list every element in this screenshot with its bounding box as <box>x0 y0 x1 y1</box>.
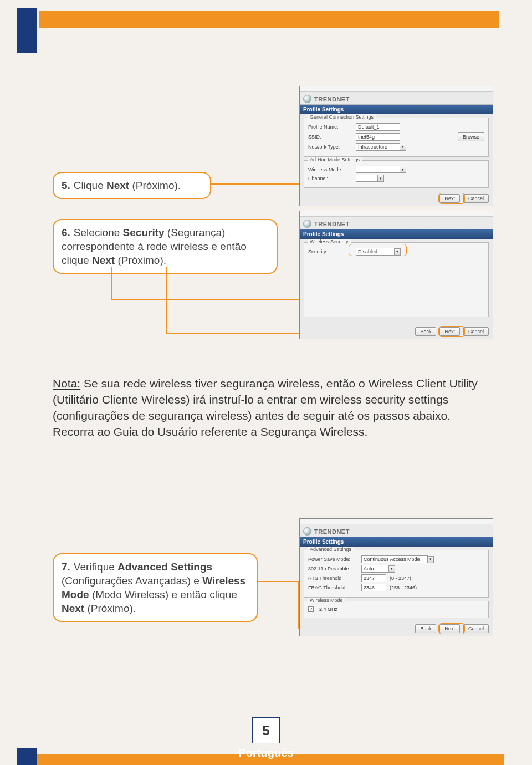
cancel-button[interactable]: Cancel <box>463 194 489 203</box>
trendnet-globe-icon <box>303 95 311 103</box>
highlight-security <box>349 244 407 256</box>
range-note: (0 - 2347) <box>390 575 411 581</box>
field-label: SSID: <box>308 134 352 140</box>
brand-logo: TRENDNET <box>303 220 489 228</box>
dialog-subtitle: Profile Settings <box>300 537 493 547</box>
callout-step-5: 5.Clique Next (Próximo). <box>53 172 211 199</box>
cancel-button[interactable]: Cancel <box>463 624 489 633</box>
channel-select[interactable]: ▾ <box>356 175 384 182</box>
highlight-next <box>438 326 465 337</box>
connector-line <box>258 581 299 582</box>
field-label: Network Type: <box>308 144 352 150</box>
freq-label: 2.4 GHz <box>319 606 337 612</box>
brand-logo: TRENDNET <box>303 95 489 103</box>
profile-settings-dialog-2: TRENDNET Profile Settings Wireless Secur… <box>299 211 493 339</box>
brand-logo: TRENDNET <box>303 527 489 536</box>
connector-line <box>111 267 112 300</box>
adhoc-mode-settings-group: Ad-Hoc Mode Settings Wireless Mode: ▾ Ch… <box>304 160 489 188</box>
range-note: (256 - 2346) <box>390 585 417 590</box>
highlight-next <box>438 623 465 634</box>
connector-line <box>166 267 167 334</box>
back-button[interactable]: Back <box>415 327 436 336</box>
general-connection-settings-group: General Connection Settings Profile Name… <box>304 118 489 157</box>
trendnet-globe-icon <box>303 220 311 228</box>
trendnet-globe-icon <box>303 527 311 536</box>
profile-settings-dialog-3: TRENDNET Profile Settings Advanced Setti… <box>299 518 493 636</box>
power-save-mode-select[interactable]: Continuous Access Mode ▾ <box>361 555 434 563</box>
cancel-button[interactable]: Cancel <box>463 327 489 336</box>
step-number: 7. <box>62 561 70 573</box>
language-label: Português <box>239 747 294 759</box>
header-blue-bar <box>17 8 37 53</box>
wireless-mode-select[interactable]: ▾ <box>356 166 406 173</box>
note-paragraph: Nota: Se sua rede wireless tiver seguran… <box>53 376 479 440</box>
profile-settings-dialog-1: TRENDNET Profile Settings General Connec… <box>299 86 493 206</box>
browse-button[interactable]: Browse <box>458 132 484 141</box>
step-number: 5. <box>62 180 70 191</box>
ssid-input[interactable]: tnet54g <box>356 133 400 141</box>
field-label: RTS Threshold: <box>308 575 358 581</box>
field-label: Security: <box>308 249 352 254</box>
note-lead: Nota: <box>53 377 80 390</box>
field-label: Power Save Mode: <box>308 557 358 562</box>
wireless-security-group: Wireless Security Security: Disabled ▾ <box>304 242 489 317</box>
field-label: Profile Name: <box>308 124 352 130</box>
field-label: FRAG Threshold: <box>308 585 358 590</box>
profile-name-input[interactable]: Default_1 <box>356 123 400 131</box>
highlight-next <box>438 193 465 204</box>
chevron-down-icon: ▾ <box>378 175 384 182</box>
page-number: 5 <box>252 717 280 743</box>
frag-threshold-input[interactable]: 2346 <box>361 584 386 591</box>
callout-step-7: 7.Verifique Advanced Settings (Configura… <box>53 553 258 622</box>
advanced-settings-group: Advanced Settings Power Save Mode: Conti… <box>304 550 489 598</box>
chevron-down-icon: ▾ <box>400 144 406 151</box>
dialog-subtitle: Profile Settings <box>300 105 493 114</box>
field-label: Channel: <box>308 176 352 181</box>
wireless-mode-group: Wireless Mode ✓ 2.4 GHz <box>304 601 489 618</box>
network-type-select[interactable]: Infrastructure ▾ <box>356 143 406 151</box>
field-label: 802.11b Preamble: <box>308 566 358 572</box>
freq-24ghz-checkbox[interactable]: ✓ <box>308 606 314 612</box>
footer-blue-bar <box>17 748 37 765</box>
preamble-select[interactable]: Auto ▾ <box>361 565 395 573</box>
back-button[interactable]: Back <box>415 624 436 633</box>
field-label: Wireless Mode: <box>308 167 352 172</box>
chevron-down-icon: ▾ <box>389 565 395 573</box>
callout-step-6: 6.Selecione Security (Segurança) corresp… <box>53 219 278 274</box>
dialog-subtitle: Profile Settings <box>300 230 493 239</box>
step-number: 6. <box>62 227 70 238</box>
chevron-down-icon: ▾ <box>428 556 434 563</box>
rts-threshold-input[interactable]: 2347 <box>361 574 386 582</box>
header-orange-bar <box>39 11 499 28</box>
chevron-down-icon: ▾ <box>400 166 406 173</box>
